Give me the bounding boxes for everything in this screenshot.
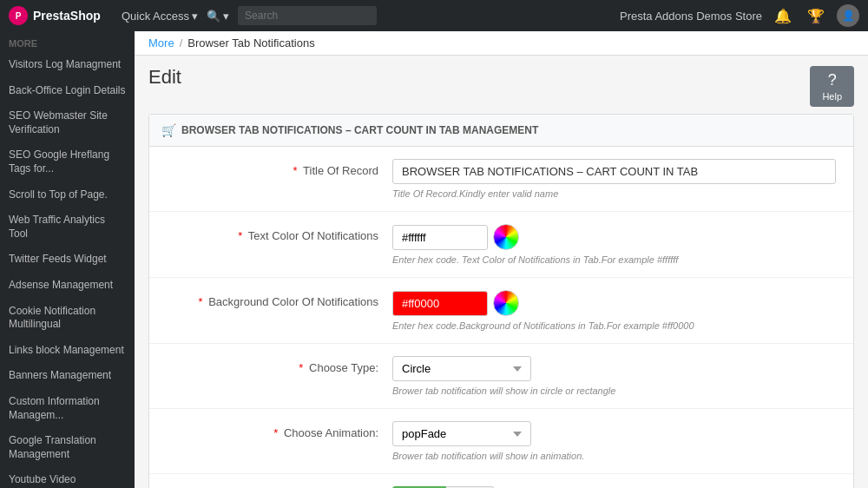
chevron-down-icon: ▾ [192, 10, 198, 23]
title-of-record-field: Title Of Record.Kindly enter valid name [392, 159, 836, 199]
sidebar-item-adsense[interactable]: Adsense Management [0, 273, 135, 299]
sidebar-item-youtube-video[interactable]: Youtube Video Advertisement [0, 467, 135, 488]
bg-color-picker[interactable] [493, 290, 519, 316]
chevron-down-icon: ▾ [223, 10, 229, 23]
title-of-record-row: * Title Of Record Title Of Record.Kindly… [149, 147, 853, 212]
choose-type-field: Circle Rectangle Brower tab notification… [392, 356, 836, 396]
bg-color-field: Enter hex code.Background of Notificatio… [392, 290, 836, 331]
page-header: Edit ? Help [135, 56, 868, 114]
active-row: * Active: YES NO Active or Inactive reco… [149, 474, 853, 488]
sidebar-item-back-office-login[interactable]: Back-Office Login Details [0, 78, 135, 104]
store-name: Presta Addons Demos Store [620, 10, 762, 23]
text-color-field: Enter hex code. Text Color of Notificati… [392, 224, 836, 265]
form-card: 🛒 BROWSER TAB NOTIFICATIONS – CART COUNT… [148, 114, 854, 488]
title-of-record-input[interactable] [392, 159, 836, 184]
breadcrumb-more-link[interactable]: More [148, 36, 174, 49]
sidebar-item-custom-info[interactable]: Custom Information Managem... [0, 389, 135, 428]
choose-animation-label: * Choose Animation: [167, 421, 392, 439]
sidebar-section-more: MORE [0, 31, 135, 52]
choose-type-select[interactable]: Circle Rectangle [392, 356, 531, 381]
sidebar-item-seo-webmaster[interactable]: SEO Webmaster Site Verification [0, 103, 135, 142]
bg-color-label: * Background Color Of Notifications [167, 290, 392, 308]
user-avatar[interactable]: 👤 [837, 4, 859, 27]
quick-access-menu[interactable]: Quick Access ▾ [122, 10, 198, 23]
breadcrumb-bar: More / Browser Tab Notifications [135, 31, 868, 56]
page-title: Edit [148, 66, 181, 89]
text-color-picker[interactable] [493, 224, 519, 250]
trophy-icon[interactable]: 🏆 [807, 8, 825, 24]
form-card-body: * Title Of Record Title Of Record.Kindly… [149, 147, 853, 488]
help-button[interactable]: ? Help [810, 66, 854, 107]
main-content: More / Browser Tab Notifications Edit ? … [135, 31, 868, 488]
bg-color-hint: Enter hex code.Background of Notificatio… [392, 320, 836, 331]
breadcrumb-current: Browser Tab Notifications [187, 36, 314, 49]
search-input[interactable] [238, 6, 377, 25]
brand-name: PrestaShop [33, 9, 101, 23]
choose-animation-row: * Choose Animation: popFade fade slide B… [149, 409, 853, 474]
sidebar: MORE Visitors Log ManagmentBack-Office L… [0, 31, 135, 488]
choose-type-row: * Choose Type: Circle Rectangle Brower t… [149, 344, 853, 409]
title-of-record-hint: Title Of Record.Kindly enter valid name [392, 188, 836, 199]
sidebar-item-visitors-log[interactable]: Visitors Log Managment [0, 52, 135, 78]
sidebar-item-banners[interactable]: Banners Management [0, 363, 135, 389]
sidebar-item-google-translation[interactable]: Google Translation Management [0, 428, 135, 467]
bg-color-row: * Background Color Of Notifications Ente… [149, 278, 853, 344]
search-icon: 🔍 [207, 10, 220, 23]
search-icon-btn[interactable]: 🔍 ▾ [207, 10, 229, 23]
text-color-label: * Text Color Of Notifications [167, 224, 392, 242]
breadcrumb-separator: / [180, 36, 183, 49]
question-icon: ? [828, 71, 837, 89]
title-of-record-label: * Title Of Record [167, 159, 392, 177]
bg-color-input[interactable] [392, 291, 488, 316]
logo-icon: P [9, 6, 28, 25]
sidebar-item-web-traffic[interactable]: Web Traffic Analytics Tool [0, 208, 135, 247]
form-card-header: 🛒 BROWSER TAB NOTIFICATIONS – CART COUNT… [149, 115, 853, 147]
sidebar-item-seo-hreflang[interactable]: SEO Google Hreflang Tags for... [0, 142, 135, 181]
choose-type-label: * Choose Type: [167, 356, 392, 374]
choose-type-hint: Brower tab notification will show in cir… [392, 386, 836, 396]
choose-animation-hint: Brower tab notification will show in ani… [392, 451, 836, 461]
choose-animation-field: popFade fade slide Brower tab notificati… [392, 421, 836, 461]
sidebar-item-links-block[interactable]: Links block Management [0, 338, 135, 364]
sidebar-item-twitter-feeds[interactable]: Twitter Feeds Widget [0, 247, 135, 273]
text-color-hint: Enter hex code. Text Color of Notificati… [392, 254, 836, 265]
text-color-row: * Text Color Of Notifications Enter hex … [149, 212, 853, 278]
sidebar-item-scroll-top[interactable]: Scroll to Top of Page. [0, 182, 135, 208]
brand-logo[interactable]: P PrestaShop [9, 6, 113, 25]
top-nav: P PrestaShop Quick Access ▾ 🔍 ▾ Presta A… [0, 0, 868, 31]
cart-icon: 🛒 [161, 123, 176, 137]
bell-icon[interactable]: 🔔 [774, 8, 792, 24]
sidebar-item-cookie-notification[interactable]: Cookie Notification Multilingual [0, 299, 135, 338]
text-color-input[interactable] [392, 225, 488, 250]
choose-animation-select[interactable]: popFade fade slide [392, 421, 531, 446]
